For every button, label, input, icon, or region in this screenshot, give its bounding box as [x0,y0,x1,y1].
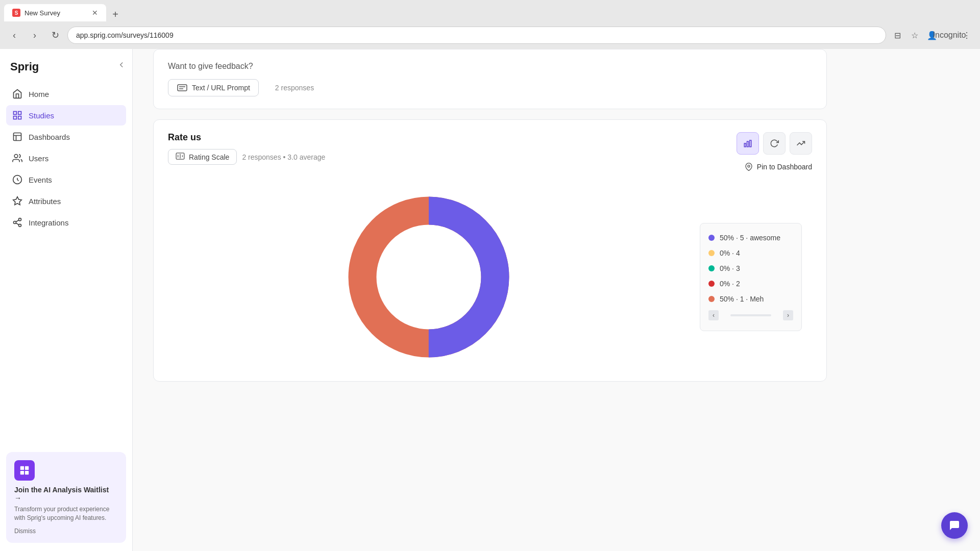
svg-point-28 [748,165,750,167]
svg-rect-3 [14,116,17,119]
new-tab-button[interactable]: + [108,7,122,21]
refresh-button[interactable] [763,132,786,155]
active-tab[interactable]: S New Survey ✕ [4,4,106,21]
content-area: Want to give feedback? Text / URL Prompt… [133,49,847,402]
ai-banner-dismiss[interactable]: Dismiss [14,528,118,535]
bar-chart-icon [743,139,752,148]
response-type-badge: Text / URL Prompt [168,79,259,96]
legend-item-3: 0% · 2 [708,280,793,288]
rating-badge: Rating Scale [168,149,237,165]
legend-label-0: 50% · 5 · awesome [720,234,780,242]
sidebar-item-label: Events [29,176,52,184]
sidebar-item-events[interactable]: Events [6,169,126,190]
rating-card-header: Rate us Rating Scale 2 responses • 3.0 a… [168,132,812,177]
browser-toolbar: ‹ › ↻ app.sprig.com/surveys/116009 ⊟ ☆ 👤… [0,21,980,49]
sidebar-collapse-button[interactable] [117,60,126,71]
ai-banner: Join the AI Analysis Waitlist → Transfor… [6,452,126,543]
sidebar: Sprig Home Studies Dashboards [0,49,133,551]
rating-card: Rate us Rating Scale 2 responses • 3.0 a… [153,119,827,382]
card-tools-right: Pin to Dashboard [737,132,812,171]
home-icon [12,89,22,99]
text-url-icon [177,84,188,92]
svg-rect-5 [14,133,21,141]
svg-rect-27 [750,140,751,147]
pin-icon [745,163,753,171]
legend-next-button[interactable]: › [783,310,793,320]
legend-prev-button[interactable]: ‹ [708,310,719,320]
reload-button[interactable]: ↻ [47,27,63,43]
legend-item-0: 50% · 5 · awesome [708,234,793,242]
svg-point-6 [14,155,18,158]
sprig-logo: Sprig [10,59,51,73]
legend-panel: 50% · 5 · awesome 0% · 4 0% · 3 0% [700,223,802,331]
svg-rect-16 [20,471,24,474]
sidebar-item-label: Studies [29,111,54,120]
legend-dot-2 [708,265,715,271]
svg-rect-26 [747,141,749,147]
sidebar-item-home[interactable]: Home [6,84,126,104]
tab-favicon: S [12,9,20,17]
pin-label: Pin to Dashboard [757,163,812,171]
url-text: app.sprig.com/surveys/116009 [76,31,174,39]
rating-title: Rate us [168,132,325,143]
bar-chart-button[interactable] [737,132,759,155]
address-bar[interactable]: app.sprig.com/surveys/116009 [67,27,886,44]
svg-point-10 [14,221,16,224]
legend-label-2: 0% · 3 [720,264,740,272]
ai-banner-icon [14,460,35,481]
legend-nav: ‹ › [708,310,793,320]
bookmark-icon[interactable]: ☆ [908,28,922,42]
sidebar-nav: Home Studies Dashboards Users Events [0,84,132,444]
sidebar-item-users[interactable]: Users [6,148,126,168]
chat-fab-button[interactable] [941,512,968,539]
tab-close-button[interactable]: ✕ [92,9,98,17]
svg-point-11 [19,224,21,227]
text-url-card: Want to give feedback? Text / URL Prompt… [153,49,827,109]
attributes-icon [12,196,22,206]
refresh-icon [770,139,779,148]
sidebar-item-attributes[interactable]: Attributes [6,191,126,211]
forward-button[interactable]: › [27,27,43,43]
events-icon [12,174,22,185]
responses-count: 2 responses [275,84,314,92]
legend-label-4: 50% · 1 · Meh [720,295,764,303]
trend-button[interactable] [790,132,812,155]
users-icon [12,153,22,163]
trend-icon [796,139,805,148]
sidebar-item-studies[interactable]: Studies [6,105,126,126]
pin-to-dashboard-button[interactable]: Pin to Dashboard [745,163,812,171]
svg-rect-1 [14,112,17,115]
main-content: Want to give feedback? Text / URL Prompt… [133,49,980,551]
cast-icon[interactable]: ⊟ [890,28,904,42]
sidebar-item-dashboards[interactable]: Dashboards [6,127,126,147]
svg-rect-15 [25,466,29,470]
badge-label: Text / URL Prompt [192,84,250,92]
rating-meta: Rating Scale 2 responses • 3.0 average [168,149,325,165]
app-layout: Sprig Home Studies Dashboards [0,49,980,551]
legend-item-4: 50% · 1 · Meh [708,295,793,303]
menu-icon[interactable]: ⋮ [960,28,974,42]
svg-line-13 [16,220,19,221]
svg-text:Sprig: Sprig [10,60,39,73]
sidebar-item-label: Users [29,154,48,163]
legend-scrollbar [730,314,771,316]
sidebar-item-label: Integrations [29,218,68,227]
svg-point-9 [19,218,21,221]
legend-dot-3 [708,281,715,287]
ai-banner-title[interactable]: Join the AI Analysis Waitlist → [14,486,118,502]
rating-card-left: Rate us Rating Scale 2 responses • 3.0 a… [168,132,325,177]
svg-rect-17 [25,471,29,474]
browser-chrome: S New Survey ✕ + ‹ › ↻ app.sprig.com/sur… [0,0,980,49]
svg-rect-18 [178,85,187,91]
sidebar-logo: Sprig [0,49,132,84]
legend-item-2: 0% · 3 [708,264,793,272]
integrations-icon [12,217,22,228]
toolbar-icons: ⊟ ☆ 👤 Incognito ⋮ [890,28,974,42]
back-button[interactable]: ‹ [6,27,22,43]
legend-label-3: 0% · 2 [720,280,740,288]
legend-item-1: 0% · 4 [708,249,793,257]
sidebar-item-integrations[interactable]: Integrations [6,212,126,233]
ai-banner-description: Transform your product experience with S… [14,505,118,522]
svg-rect-14 [20,466,24,470]
donut-chart [342,190,516,364]
